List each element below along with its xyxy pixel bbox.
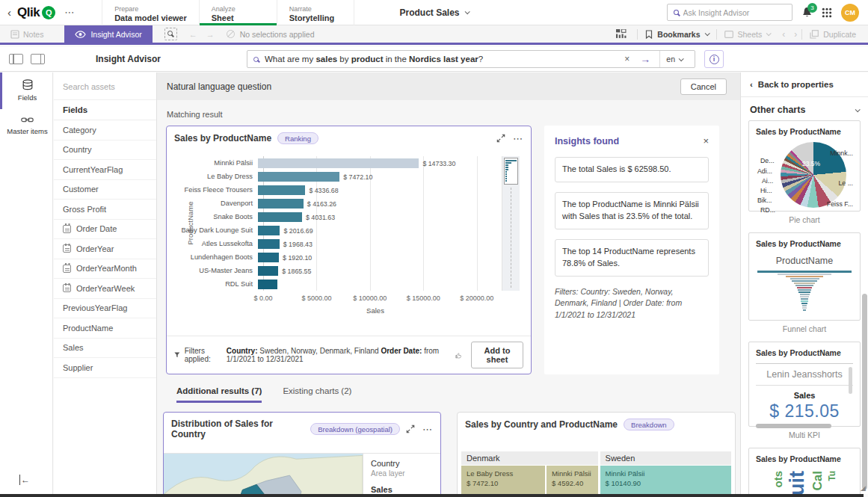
field-item[interactable]: Customer (54, 180, 156, 200)
back-to-properties-button[interactable]: ‹ Back to properties (741, 72, 868, 97)
step-forward-icon[interactable]: → (202, 30, 219, 39)
advisor-search-box[interactable]: What are my sales by product in the Nord… (247, 50, 695, 68)
insight-advisor-toggle[interactable]: Insight Advisor (64, 25, 152, 43)
bar[interactable] (258, 266, 278, 276)
insight-item[interactable]: The top 14 ProductName represents 78.8% … (555, 239, 709, 277)
treemap-cell[interactable]: Le Baby Dress$ 7472.10 (461, 466, 545, 494)
field-item[interactable]: Order Date (54, 220, 156, 240)
bar[interactable] (258, 280, 277, 289)
bar[interactable] (258, 199, 304, 209)
field-item[interactable]: OrderYearWeek (54, 279, 156, 299)
step-back-icon[interactable]: ← (185, 30, 202, 39)
sheets-button[interactable]: Sheets (717, 25, 778, 43)
asset-search[interactable] (54, 72, 156, 100)
pie-chart-preview-card[interactable]: Sales by ProductName 23.5% De...Adi...Ai… (748, 120, 861, 212)
field-item[interactable]: Country (54, 141, 156, 161)
avatar[interactable]: CM (841, 4, 859, 22)
treemap-chart-card[interactable]: Sales by Country and ProductName Breakdo… (457, 412, 736, 494)
notes-button[interactable]: Notes (0, 25, 51, 43)
bar[interactable] (258, 158, 419, 168)
expand-icon[interactable] (496, 134, 505, 143)
treemap-cell[interactable]: Minnki Pälsii$ 10140.90 (600, 466, 731, 494)
expand-icon[interactable] (406, 425, 415, 433)
field-item[interactable]: PreviousYearFlag (54, 299, 156, 319)
app-launcher-icon[interactable] (822, 7, 832, 18)
bar[interactable] (258, 239, 280, 249)
tab-additional-results-7-[interactable]: Additional results (7) (176, 386, 262, 403)
nav-tab-sheet[interactable]: AnalyzeSheet (199, 0, 277, 25)
collapse-panel-icon[interactable]: ← (19, 475, 30, 485)
notifications-button[interactable]: 3 (801, 7, 813, 18)
app-title-dropdown[interactable]: Product Sales (399, 7, 468, 18)
rail-tab-master-items[interactable]: Master items (0, 109, 52, 143)
more-menu-icon[interactable]: ⋯ (61, 7, 78, 18)
field-item[interactable]: OrderYear (54, 239, 156, 259)
advisor-query-text[interactable]: What are my sales by product in the Nord… (265, 55, 617, 64)
field-item[interactable]: ProductName (54, 318, 156, 339)
insights-filters-note: Filters: Country: Sweden, Norway, Denmar… (555, 286, 709, 321)
bar[interactable] (258, 212, 302, 222)
funnel-bar (803, 309, 806, 311)
selections-tool-icon[interactable] (164, 28, 177, 40)
back-chevron-icon[interactable]: ‹ (7, 6, 11, 19)
toggle-right-panel-icon[interactable] (31, 54, 45, 64)
result-chart-card[interactable]: Sales by ProductName Ranking ⋯ ProductNa… (166, 126, 532, 374)
next-sheet-icon[interactable]: › (789, 29, 801, 40)
wordcloud-word[interactable]: Suit (787, 471, 807, 494)
insight-item[interactable]: The total Sales is $ 62598.50. (555, 157, 709, 182)
nav-tab-data-model-viewer[interactable]: PrepareData model viewer (102, 0, 199, 25)
multi-kpi-preview-card[interactable]: Sales by ProductName Lenin Jeansshorts S… (748, 342, 861, 427)
language-dropdown[interactable]: en (659, 51, 689, 67)
treemap-cell[interactable]: Minnki Pälsii$ 4592.40 (547, 466, 598, 494)
query-text-part: in the (384, 55, 410, 64)
field-item[interactable]: CurrentYearFlag (54, 160, 156, 180)
prev-sheet-icon[interactable]: ‹ (778, 29, 789, 40)
add-to-sheet-button[interactable]: Add to sheet (471, 342, 523, 368)
field-item[interactable]: Category (54, 120, 156, 141)
bar[interactable] (258, 172, 339, 182)
field-label: Supplier (63, 363, 93, 372)
chart-menu-icon[interactable]: ⋯ (513, 133, 523, 144)
toggle-left-panel-icon[interactable] (9, 54, 23, 64)
field-item[interactable]: Gross Profit (54, 200, 156, 220)
rail-tab-fields[interactable]: Fields (0, 72, 52, 109)
thumbs-up-icon[interactable] (455, 351, 462, 360)
bar[interactable] (258, 253, 279, 262)
wordcloud-preview-card[interactable]: Sales by ProductName otsSuitCalTu (748, 448, 861, 494)
clear-query-icon[interactable]: × (623, 54, 631, 64)
global-search[interactable] (667, 4, 792, 21)
bar[interactable] (258, 185, 305, 195)
map-visual[interactable] (164, 454, 363, 494)
nav-tab-storytelling[interactable]: NarrateStorytelling (277, 0, 354, 25)
chart-grid-icon[interactable] (616, 29, 627, 39)
insight-item[interactable]: The top ProductName is Minnki Pälsii wit… (555, 192, 709, 229)
duplicate-button[interactable]: Duplicate (802, 25, 868, 43)
pie-label: De... (760, 157, 775, 164)
wordcloud-word[interactable]: Cal (811, 471, 824, 490)
bar-row: US-Master Jeans$ 1865.55 (180, 264, 520, 277)
query-text-part: sales (316, 55, 337, 64)
panel-scrollbar[interactable] (862, 294, 867, 490)
bookmarks-button[interactable]: Bookmarks (638, 25, 715, 43)
close-insights-icon[interactable]: × (703, 135, 709, 146)
cancel-button[interactable]: Cancel (680, 78, 727, 95)
field-item[interactable]: Supplier (54, 358, 156, 378)
kpi-horizontal-scrollbar[interactable] (756, 424, 831, 428)
tab-existing-charts-2-[interactable]: Existing charts (2) (283, 386, 351, 403)
kpi-vertical-scrollbar[interactable] (849, 367, 852, 394)
other-charts-section-header[interactable]: Other charts (741, 97, 868, 120)
field-item[interactable]: OrderYearMonth (54, 259, 156, 280)
chart-menu-icon[interactable]: ⋯ (422, 424, 433, 435)
clear-selections-button[interactable]: No selections applied (219, 25, 322, 43)
asset-search-input[interactable] (63, 82, 147, 91)
global-search-input[interactable] (683, 8, 786, 17)
funnel-chart-preview-card[interactable]: Sales by ProductName ProductName (748, 232, 861, 321)
submit-query-icon[interactable]: → (637, 53, 653, 65)
query-text-part: by (337, 55, 351, 64)
wordcloud-word[interactable]: Tu (828, 471, 837, 481)
wordcloud-word[interactable]: ots (772, 471, 784, 488)
map-chart-card[interactable]: Distribution of Sales for Country Breakd… (163, 412, 441, 494)
bar[interactable] (258, 226, 280, 235)
field-item[interactable]: Sales (54, 339, 156, 359)
advisor-info-button[interactable]: i (704, 50, 724, 68)
